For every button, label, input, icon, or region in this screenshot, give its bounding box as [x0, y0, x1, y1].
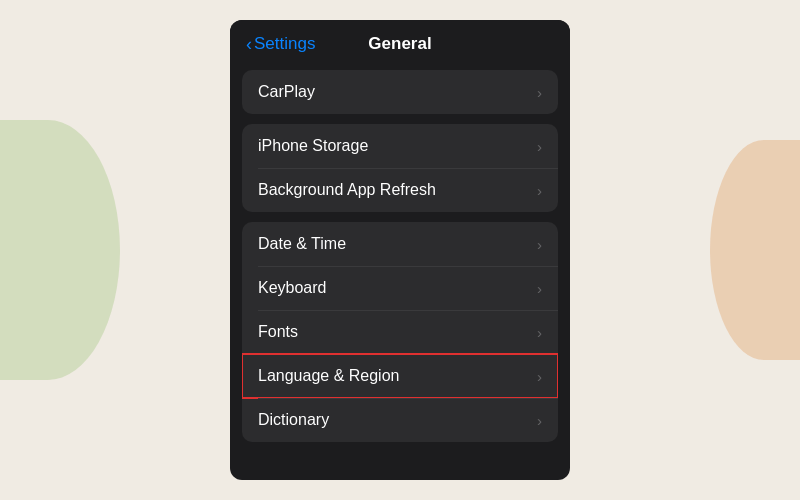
page-title: General: [368, 34, 431, 54]
settings-row-carplay[interactable]: CarPlay ›: [242, 70, 558, 114]
back-chevron-icon: ‹: [246, 34, 252, 55]
back-button[interactable]: ‹ Settings: [246, 34, 315, 55]
chevron-right-icon: ›: [537, 280, 542, 297]
date-time-label: Date & Time: [258, 235, 346, 253]
fonts-label: Fonts: [258, 323, 298, 341]
navigation-header: ‹ Settings General: [230, 20, 570, 64]
settings-row-fonts[interactable]: Fonts ›: [242, 310, 558, 354]
dictionary-label: Dictionary: [258, 411, 329, 429]
chevron-right-icon: ›: [537, 138, 542, 155]
carplay-label: CarPlay: [258, 83, 315, 101]
settings-content: CarPlay › iPhone Storage › Background Ap…: [230, 64, 570, 480]
chevron-right-icon: ›: [537, 412, 542, 429]
settings-group-locale: Date & Time › Keyboard › Fonts › Languag…: [242, 222, 558, 442]
decorative-blob-right: [710, 140, 800, 360]
settings-row-language-region[interactable]: Language & Region ›: [242, 354, 558, 398]
settings-row-date-time[interactable]: Date & Time ›: [242, 222, 558, 266]
settings-row-iphone-storage[interactable]: iPhone Storage ›: [242, 124, 558, 168]
chevron-right-icon: ›: [537, 368, 542, 385]
decorative-blob-left: [0, 120, 120, 380]
phone-screen: ‹ Settings General CarPlay › iPhone Stor…: [230, 20, 570, 480]
chevron-right-icon: ›: [537, 84, 542, 101]
background-app-refresh-label: Background App Refresh: [258, 181, 436, 199]
back-button-label: Settings: [254, 34, 315, 54]
iphone-storage-label: iPhone Storage: [258, 137, 368, 155]
chevron-right-icon: ›: [537, 182, 542, 199]
settings-row-background-app-refresh[interactable]: Background App Refresh ›: [242, 168, 558, 212]
settings-row-keyboard[interactable]: Keyboard ›: [242, 266, 558, 310]
chevron-right-icon: ›: [537, 236, 542, 253]
settings-group-carplay: CarPlay ›: [242, 70, 558, 114]
chevron-right-icon: ›: [537, 324, 542, 341]
keyboard-label: Keyboard: [258, 279, 327, 297]
settings-row-dictionary[interactable]: Dictionary ›: [242, 398, 558, 442]
settings-group-storage: iPhone Storage › Background App Refresh …: [242, 124, 558, 212]
language-region-label: Language & Region: [258, 367, 399, 385]
